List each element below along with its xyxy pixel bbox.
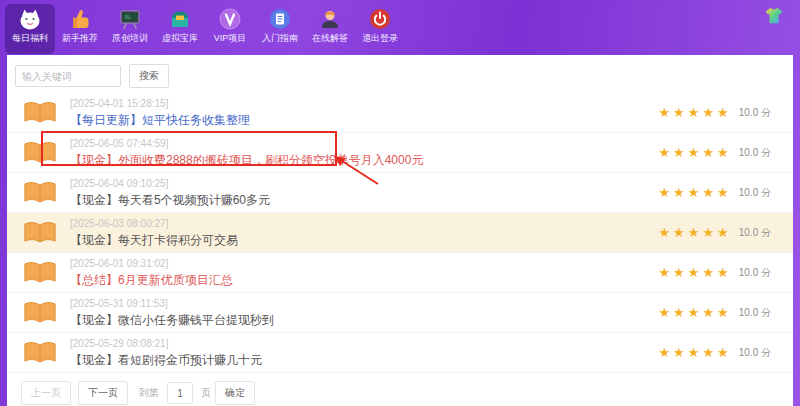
item-title[interactable]: 【现金】每天看5个视频预计赚60多元 bbox=[70, 193, 270, 208]
nav-item-original-training[interactable]: 原创培训 bbox=[105, 4, 155, 54]
item-score: 10.0 分 bbox=[739, 186, 771, 200]
item-title[interactable]: 【现金】看短剧得金币预计赚几十元 bbox=[70, 353, 262, 368]
list-item[interactable]: [2025-06-03 08:00:27] 【现金】每天打卡得积分可交易 ★★★… bbox=[7, 213, 793, 253]
star-rating: ★★★★★ bbox=[658, 266, 731, 280]
item-date: [2025-06-01 09:31:02] bbox=[70, 257, 658, 270]
book-icon bbox=[23, 260, 57, 285]
list-item[interactable]: [2025-06-01 09:31:02] 【总结】6月更新优质项目汇总 ★★★… bbox=[7, 253, 793, 293]
content-panel: 搜索 [2025-04-01 15:28:15] 【每日更新】短平快任务收集整理… bbox=[7, 55, 793, 406]
page-unit-label: 页 bbox=[201, 386, 211, 400]
nav-label: 虚拟宝库 bbox=[162, 33, 198, 43]
star-rating: ★★★★★ bbox=[658, 146, 731, 160]
thumbs-up-icon bbox=[68, 7, 92, 31]
tshirt-icon[interactable] bbox=[763, 5, 785, 27]
search-bar: 搜索 bbox=[7, 55, 793, 93]
book-icon bbox=[23, 220, 57, 245]
star-rating: ★★★★★ bbox=[658, 226, 731, 240]
next-page-button[interactable]: 下一页 bbox=[78, 381, 128, 405]
nav-label: 新手推荐 bbox=[62, 33, 98, 43]
item-score: 10.0 分 bbox=[739, 106, 771, 120]
nav-label: 退出登录 bbox=[362, 33, 398, 43]
book-icon bbox=[23, 340, 57, 365]
nav-item-online-support[interactable]: 在线解答 bbox=[305, 4, 355, 54]
list-item[interactable]: [2025-06-05 07:44:59] 【现金】外面收费2888的搬砖项目，… bbox=[7, 133, 793, 173]
search-button[interactable]: 搜索 bbox=[129, 64, 169, 88]
item-score: 10.0 分 bbox=[739, 146, 771, 160]
nav-label: 每日福利 bbox=[12, 33, 48, 43]
vip-badge-icon bbox=[218, 7, 242, 31]
item-date: [2025-05-29 08:08:21] bbox=[70, 337, 658, 350]
item-title[interactable]: 【现金】每天打卡得积分可交易 bbox=[70, 233, 238, 248]
item-score: 10.0 分 bbox=[739, 346, 771, 360]
list-item[interactable]: [2025-05-29 08:08:21] 【现金】看短剧得金币预计赚几十元 ★… bbox=[7, 333, 793, 373]
item-title[interactable]: 【每日更新】短平快任务收集整理 bbox=[70, 113, 250, 128]
book-icon bbox=[23, 300, 57, 325]
nav-item-daily-welfare[interactable]: 每日福利 bbox=[5, 4, 55, 54]
item-score: 10.0 分 bbox=[739, 306, 771, 320]
book-icon bbox=[23, 180, 57, 205]
item-date: [2025-04-01 15:28:15] bbox=[70, 97, 658, 110]
goto-page-label: 到第 bbox=[139, 386, 159, 400]
nav-label: 入门指南 bbox=[262, 33, 298, 43]
item-date: [2025-06-04 09:10:25] bbox=[70, 177, 658, 190]
guide-book-icon bbox=[268, 7, 292, 31]
nav-item-virtual-treasury[interactable]: 虚拟宝库 bbox=[155, 4, 205, 54]
item-title[interactable]: 【现金】外面收费2888的搬砖项目，刷积分领空投单号月入4000元 bbox=[70, 153, 423, 168]
star-rating: ★★★★★ bbox=[658, 346, 731, 360]
pagination: 上一页 下一页 到第 页 确定 bbox=[21, 381, 793, 405]
item-date: [2025-06-05 07:44:59] bbox=[70, 137, 658, 150]
nav-label: VIP项目 bbox=[214, 33, 247, 43]
prev-page-button[interactable]: 上一页 bbox=[21, 381, 71, 405]
power-logout-icon bbox=[368, 7, 392, 31]
nav-item-beginner-guide[interactable]: 入门指南 bbox=[255, 4, 305, 54]
customer-service-icon bbox=[318, 7, 342, 31]
list-item[interactable]: [2025-06-04 09:10:25] 【现金】每天看5个视频预计赚60多元… bbox=[7, 173, 793, 213]
page-number-input[interactable] bbox=[167, 382, 193, 404]
item-title[interactable]: 【总结】6月更新优质项目汇总 bbox=[70, 273, 233, 288]
nav-item-logout[interactable]: 退出登录 bbox=[355, 4, 405, 54]
star-rating: ★★★★★ bbox=[658, 306, 731, 320]
item-score: 10.0 分 bbox=[739, 266, 771, 280]
nav-item-vip-project[interactable]: VIP项目 bbox=[205, 4, 255, 54]
search-input[interactable] bbox=[15, 65, 121, 87]
blackboard-icon bbox=[118, 7, 142, 31]
nav-label: 在线解答 bbox=[312, 33, 348, 43]
main-nav: 每日福利 新手推荐 原创培训 bbox=[5, 4, 405, 54]
item-date: [2025-06-03 08:00:27] bbox=[70, 217, 658, 230]
item-date: [2025-05-31 09:11:53] bbox=[70, 297, 658, 310]
item-title[interactable]: 【现金】微信小任务赚钱平台提现秒到 bbox=[70, 313, 274, 328]
list-item[interactable]: [2025-04-01 15:28:15] 【每日更新】短平快任务收集整理 ★★… bbox=[7, 93, 793, 133]
item-score: 10.0 分 bbox=[739, 226, 771, 240]
top-header: 每日福利 新手推荐 原创培训 bbox=[0, 0, 800, 55]
confirm-page-button[interactable]: 确定 bbox=[215, 381, 255, 405]
list-item[interactable]: [2025-05-31 09:11:53] 【现金】微信小任务赚钱平台提现秒到 … bbox=[7, 293, 793, 333]
nav-item-newbie-recommend[interactable]: 新手推荐 bbox=[55, 4, 105, 54]
treasure-chest-icon bbox=[168, 7, 192, 31]
book-icon bbox=[23, 100, 57, 125]
book-icon bbox=[23, 140, 57, 165]
cat-icon bbox=[18, 7, 42, 31]
star-rating: ★★★★★ bbox=[658, 106, 731, 120]
star-rating: ★★★★★ bbox=[658, 186, 731, 200]
nav-label: 原创培训 bbox=[112, 33, 148, 43]
